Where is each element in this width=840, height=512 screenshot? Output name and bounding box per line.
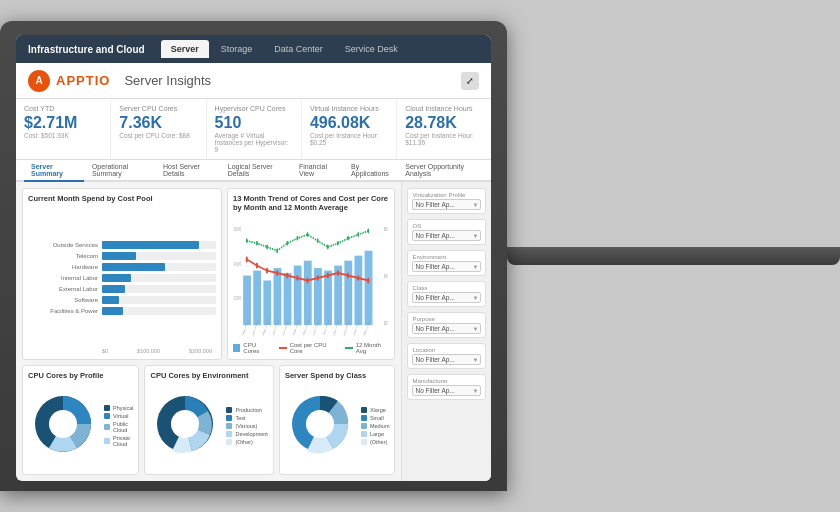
filter-virt-select[interactable]: No Filter Ap... ▼ bbox=[412, 199, 481, 210]
legend-xlarge: Xlarge bbox=[361, 407, 390, 413]
svg-point-42 bbox=[347, 236, 349, 241]
logo-area: A APPTIO bbox=[28, 70, 110, 92]
kpi-cost-ytd-label: Cost YTD bbox=[24, 105, 102, 112]
legend-public-cloud: Public Cloud bbox=[104, 421, 133, 433]
kpi-cloud-instance: Cloud Instance Hours 28.78K Cost per Ins… bbox=[397, 99, 491, 159]
svg-point-39 bbox=[317, 238, 319, 243]
legend-large-label: Large bbox=[370, 431, 384, 437]
bar-row-software: Software bbox=[28, 296, 216, 304]
cpu-env-svg-wrap bbox=[150, 389, 220, 463]
bar-label-internal: Internal Labor bbox=[28, 275, 98, 281]
bar-label-facilities: Facilities & Power bbox=[28, 308, 98, 314]
kpi-virtual-instance-value: 496.08K bbox=[310, 114, 388, 132]
bar-row-facilities: Facilities & Power bbox=[28, 307, 216, 315]
legend-production-dot bbox=[226, 407, 232, 413]
top-nav-tab-servicedesk[interactable]: Service Desk bbox=[335, 40, 408, 58]
top-nav-tab-storage[interactable]: Storage bbox=[211, 40, 263, 58]
filter-virt-profile: Virtualization Profile No Filter Ap... ▼ bbox=[407, 188, 486, 214]
filter-class-label: Class bbox=[412, 285, 481, 291]
bar-label-hardware: Hardware bbox=[28, 264, 98, 270]
sub-nav-operational[interactable]: Operational Summary bbox=[85, 160, 155, 182]
bar-row-external: External Labor bbox=[28, 285, 216, 293]
kpi-cpu-cores: Server CPU Cores 7.36K Cost per CPU Core… bbox=[111, 99, 206, 159]
legend-env-other: (Other) bbox=[226, 439, 267, 445]
filter-class-arrow: ▼ bbox=[473, 295, 479, 301]
filter-purpose-select[interactable]: No Filter Ap... ▼ bbox=[412, 323, 481, 334]
svg-point-59 bbox=[49, 410, 77, 438]
svg-rect-18 bbox=[365, 251, 373, 325]
bar-fill-outside bbox=[102, 241, 199, 249]
cpu-profile-panel: CPU Cores by Profile bbox=[22, 365, 139, 475]
filter-env-label: Environment bbox=[412, 254, 481, 260]
filter-env-value: No Filter Ap... bbox=[415, 263, 454, 270]
header-expand-button[interactable]: ⤢ bbox=[461, 72, 479, 90]
legend-class-other-label: (Other) bbox=[370, 439, 387, 445]
filter-manufacturer-select[interactable]: No Filter Ap... ▼ bbox=[412, 385, 481, 396]
filter-location-select[interactable]: No Filter Ap... ▼ bbox=[412, 354, 481, 365]
filter-manufacturer-arrow: ▼ bbox=[473, 388, 479, 394]
kpi-hypervisor-label: Hypervisor CPU Cores bbox=[215, 105, 293, 112]
page-title: Server Insights bbox=[124, 73, 211, 88]
filter-os-arrow: ▼ bbox=[473, 233, 479, 239]
bar-fill-facilities bbox=[102, 307, 123, 315]
bar-row-internal: Internal Labor bbox=[28, 274, 216, 282]
cpu-profile-legend: Physical Virtual Public Cloud bbox=[104, 405, 133, 447]
legend-small-label: Small bbox=[370, 415, 384, 421]
filter-sidebar: Virtualization Profile No Filter Ap... ▼… bbox=[401, 182, 491, 481]
svg-point-35 bbox=[276, 248, 278, 253]
bar-axis-labels: $0$100,000$200,000 bbox=[102, 348, 216, 354]
top-nav-tab-server[interactable]: Server bbox=[161, 40, 209, 58]
sub-nav-by-apps[interactable]: By Applications bbox=[344, 160, 397, 182]
kpi-cpu-cores-label: Server CPU Cores bbox=[119, 105, 197, 112]
kpi-hypervisor-value: 510 bbox=[215, 114, 293, 132]
sub-nav-server-summary[interactable]: Server Summary bbox=[24, 160, 84, 182]
filter-class-select[interactable]: No Filter Ap... ▼ bbox=[412, 292, 481, 303]
bar-row-hardware: Hardware bbox=[28, 263, 216, 271]
sub-nav-opportunity[interactable]: Server Opportunity Analysis bbox=[398, 160, 483, 182]
legend-production-label: Production bbox=[235, 407, 261, 413]
svg-point-41 bbox=[337, 241, 339, 246]
filter-class: Class No Filter Ap... ▼ bbox=[407, 281, 486, 307]
filter-purpose-arrow: ▼ bbox=[473, 326, 479, 332]
top-nav-tabs: Server Storage Data Center Service Desk bbox=[161, 40, 408, 58]
charts-bottom-row: CPU Cores by Profile bbox=[22, 365, 395, 475]
filter-env-select[interactable]: No Filter Ap... ▼ bbox=[412, 261, 481, 272]
bar-fill-software bbox=[102, 296, 119, 304]
legend-virtual-dot bbox=[104, 413, 110, 419]
svg-point-19 bbox=[246, 256, 248, 262]
sub-nav-financial[interactable]: Financial View bbox=[292, 160, 343, 182]
legend-development: Development bbox=[226, 431, 267, 437]
svg-point-31 bbox=[367, 277, 369, 283]
cpu-profile-title: CPU Cores by Profile bbox=[28, 371, 133, 380]
legend-various-label: (Various) bbox=[235, 423, 257, 429]
svg-rect-7 bbox=[253, 271, 261, 326]
cpu-env-panel: CPU Cores by Environment bbox=[144, 365, 273, 475]
filter-os-select[interactable]: No Filter Ap... ▼ bbox=[412, 230, 481, 241]
kpi-virtual-instance: Virtual Instance Hours 496.08K Cost per … bbox=[302, 99, 397, 159]
sub-nav-host-details[interactable]: Host Server Details bbox=[156, 160, 220, 182]
sub-nav-logical-details[interactable]: Logical Server Details bbox=[221, 160, 291, 182]
svg-point-43 bbox=[357, 232, 359, 237]
legend-test: Test bbox=[226, 415, 267, 421]
legend-public-dot bbox=[104, 424, 110, 430]
legend-private-label: Private Cloud bbox=[113, 435, 133, 447]
svg-point-44 bbox=[367, 228, 369, 233]
legend-public-label: Public Cloud bbox=[113, 421, 133, 433]
screen-border: Infrastructure and Cloud Server Storage … bbox=[16, 35, 491, 481]
bar-track-facilities bbox=[102, 307, 216, 315]
filter-purpose: Purpose No Filter Ap... ▼ bbox=[407, 312, 486, 338]
sub-nav: Server Summary Operational Summary Host … bbox=[16, 160, 491, 182]
filter-purpose-label: Purpose bbox=[412, 316, 481, 322]
top-nav-tab-datacenter[interactable]: Data Center bbox=[264, 40, 333, 58]
cpu-profile-svg bbox=[28, 389, 98, 459]
kpi-hypervisor-sub: Average # Virtual Instances per Hypervis… bbox=[215, 132, 293, 153]
filter-location-label: Location bbox=[412, 347, 481, 353]
filter-location-value: No Filter Ap... bbox=[415, 356, 454, 363]
svg-point-38 bbox=[307, 232, 309, 237]
legend-small: Small bbox=[361, 415, 390, 421]
legend-test-dot bbox=[226, 415, 232, 421]
svg-text:$40: $40 bbox=[384, 273, 388, 280]
filter-manufacturer-value: No Filter Ap... bbox=[415, 387, 454, 394]
bar-track-internal bbox=[102, 274, 216, 282]
server-class-legend: Xlarge Small Medium bbox=[361, 407, 390, 445]
